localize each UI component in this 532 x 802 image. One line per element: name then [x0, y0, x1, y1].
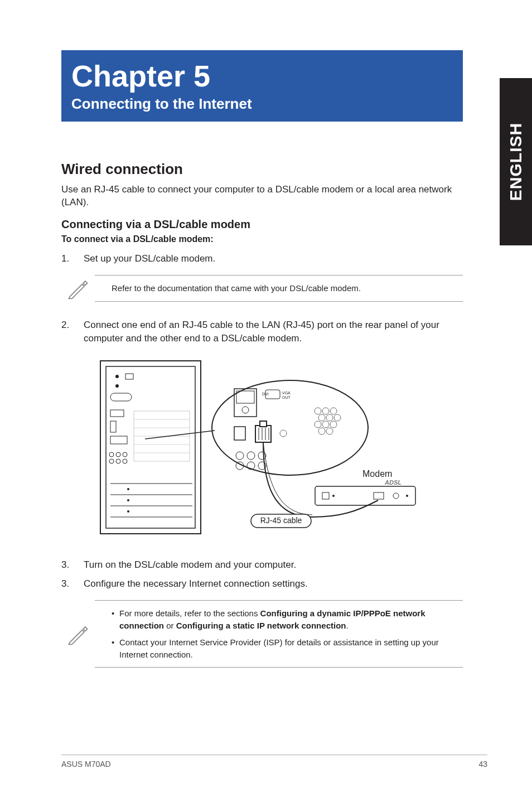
footer-model: ASUS M70AD — [61, 760, 111, 769]
cable-label-text: RJ-45 cable — [260, 516, 302, 525]
step-number: 3. — [61, 558, 84, 572]
page: ENGLISH Chapter 5 Connecting to the Inte… — [0, 0, 532, 802]
svg-point-2 — [115, 375, 119, 378]
chapter-title: Chapter 5 — [71, 60, 453, 92]
svg-rect-1 — [106, 366, 195, 528]
modem-brand-text: ADSL — [384, 479, 402, 486]
page-footer: ASUS M70AD 43 — [61, 755, 487, 769]
svg-line-29 — [145, 431, 215, 439]
note-text: Refer to the documentation that came wit… — [95, 275, 463, 302]
svg-point-25 — [127, 488, 129, 490]
chapter-subtitle: Connecting to the Internet — [71, 95, 453, 113]
steps-list-b: 2. Connect one end of an RJ-45 cable to … — [61, 318, 463, 345]
section-heading: Wired connection — [61, 161, 463, 178]
svg-rect-5 — [110, 393, 132, 401]
step-number: 2. — [61, 318, 84, 345]
svg-point-13 — [116, 459, 120, 463]
svg-point-67 — [406, 495, 408, 497]
svg-rect-3 — [125, 374, 133, 379]
chapter-banner: Chapter 5 Connecting to the Internet — [61, 50, 463, 122]
svg-text:VGA: VGA — [282, 391, 291, 395]
step-number: 3. — [61, 577, 84, 591]
svg-rect-7 — [110, 421, 116, 432]
svg-rect-62 — [315, 486, 415, 505]
step-text: Turn on the DSL/cable modem and your com… — [84, 558, 463, 572]
svg-point-14 — [123, 459, 127, 463]
step-item: 3. Configure the necessary Internet conn… — [61, 577, 463, 591]
step-text: Set up your DSL/cable modem. — [84, 252, 463, 265]
note-frag-bold: Configuring a static IP network connecti… — [176, 621, 346, 630]
note-frag: . — [346, 621, 348, 630]
language-label: ENGLISH — [506, 123, 525, 201]
note-block-1: Refer to the documentation that came wit… — [61, 275, 463, 302]
svg-rect-39 — [260, 421, 267, 427]
note-text: For more details, refer to the sections … — [95, 600, 463, 668]
svg-point-4 — [115, 384, 119, 388]
step-item: 1. Set up your DSL/cable modem. — [61, 252, 463, 265]
note-frag: For more details, refer to the sections — [119, 608, 260, 618]
svg-rect-0 — [100, 361, 201, 534]
language-side-tab: ENGLISH — [500, 78, 532, 245]
steps-list-c: 3. Turn on the DSL/cable modem and your … — [61, 558, 463, 591]
svg-point-64 — [332, 495, 335, 497]
connection-diagram: DVI VGA OUT — [95, 355, 496, 542]
step-text: Configure the necessary Internet connect… — [84, 577, 463, 591]
step-text: Connect one end of an RJ-45 cable to the… — [84, 318, 463, 345]
note-block-2: For more details, refer to the sections … — [61, 600, 463, 668]
svg-point-11 — [123, 452, 127, 457]
svg-point-27 — [127, 510, 129, 513]
svg-text:OUT: OUT — [282, 395, 291, 399]
pencil-icon — [61, 622, 95, 646]
modem-label-text: Modem — [362, 469, 392, 479]
note-bullet: Contact your Internet Service Provider (… — [112, 636, 458, 661]
lead-instruction: To connect via a DSL/cable modem: — [61, 234, 463, 244]
step-number: 1. — [61, 252, 84, 265]
note-frag: or — [164, 621, 176, 630]
svg-point-10 — [116, 452, 120, 457]
step-item: 3. Turn on the DSL/cable modem and your … — [61, 558, 463, 572]
intro-paragraph: Use an RJ-45 cable to connect your compu… — [61, 183, 463, 209]
footer-page-number: 43 — [478, 760, 487, 769]
note-bullet: For more details, refer to the sections … — [112, 607, 458, 632]
svg-rect-6 — [110, 410, 124, 417]
subsection-heading: Connecting via a DSL/cable modem — [61, 218, 463, 231]
steps-list-a: 1. Set up your DSL/cable modem. — [61, 252, 463, 265]
svg-point-9 — [109, 452, 114, 457]
pencil-icon — [61, 276, 95, 301]
svg-point-12 — [109, 459, 114, 463]
svg-rect-8 — [110, 436, 127, 444]
content-area: Wired connection Use an RJ-45 cable to c… — [61, 161, 463, 668]
svg-point-26 — [127, 499, 129, 501]
step-item: 2. Connect one end of an RJ-45 cable to … — [61, 318, 463, 345]
